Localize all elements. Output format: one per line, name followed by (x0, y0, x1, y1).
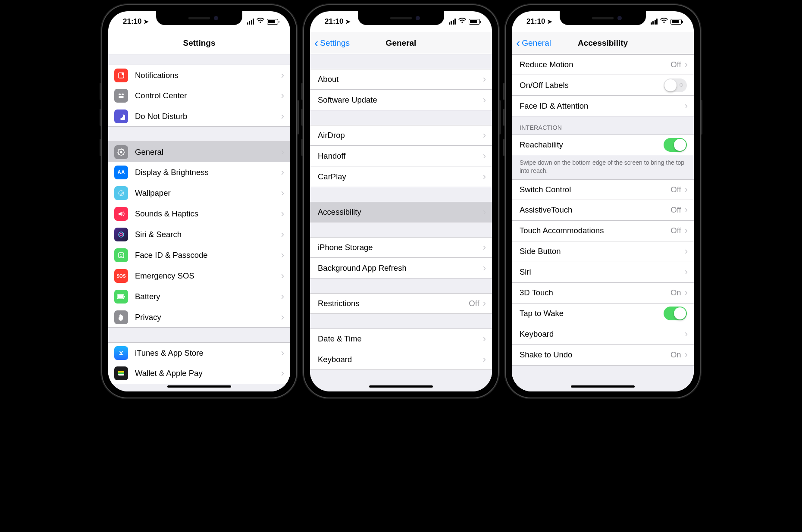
settings-list[interactable]: Notifications › Control Center › Do Not … (108, 54, 290, 391)
control-center-icon (114, 89, 128, 103)
row-privacy[interactable]: Privacy › (108, 307, 290, 328)
home-indicator[interactable] (571, 385, 635, 388)
location-icon: ➤ (547, 18, 552, 25)
row-restrictions[interactable]: Restrictions Off › (310, 293, 492, 314)
chevron-right-icon: › (483, 94, 486, 106)
battery-icon (267, 19, 278, 25)
row-label: Emergency SOS (135, 271, 281, 281)
row-date-time[interactable]: Date & Time › (310, 329, 492, 349)
svg-point-17 (121, 193, 122, 194)
notch (560, 11, 646, 25)
row-faceid[interactable]: Face ID & Passcode › (108, 245, 290, 266)
row-label: Handoff (318, 151, 483, 161)
notch (156, 11, 242, 25)
chevron-right-icon: › (281, 270, 284, 282)
row-sounds[interactable]: Sounds & Haptics › (108, 203, 290, 224)
row-itunes[interactable]: iTunes & App Store › (108, 342, 290, 363)
home-indicator[interactable] (167, 385, 231, 388)
row-label: Tap to Wake (520, 309, 664, 318)
home-indicator[interactable] (369, 385, 433, 388)
chevron-right-icon: › (281, 147, 284, 158)
row-label: Siri & Search (135, 230, 281, 239)
row-handoff[interactable]: Handoff › (310, 146, 492, 166)
row-control-center[interactable]: Control Center › (108, 85, 290, 106)
row-value: Off (670, 226, 681, 235)
chevron-right-icon: › (483, 242, 486, 253)
row-label: Face ID & Attention (520, 101, 685, 111)
row-label: General (135, 147, 281, 157)
row-reachability[interactable]: Reachability (512, 135, 694, 155)
phone-frame-3: 21:10 ➤ ‹ General Accessibility Reduce M… (506, 5, 700, 397)
general-list[interactable]: About › Software Update › AirDrop › Hand… (310, 54, 492, 391)
svg-rect-24 (118, 295, 123, 298)
nav-bar: ‹ General Accessibility (512, 32, 694, 54)
moon-icon (114, 110, 128, 123)
row-onoff-labels[interactable]: On/Off Labels (512, 75, 694, 96)
row-battery[interactable]: Battery › (108, 286, 290, 307)
chevron-right-icon: › (281, 111, 284, 122)
row-dnd[interactable]: Do Not Disturb › (108, 106, 290, 127)
row-wallpaper[interactable]: Wallpaper › (108, 183, 290, 203)
row-touch-accommodations[interactable]: Touch Accommodations Off › (512, 221, 694, 241)
wifi-icon (458, 18, 466, 25)
svg-point-21 (120, 254, 121, 255)
chevron-right-icon: › (685, 184, 688, 195)
row-keyboard[interactable]: Keyboard › (512, 324, 694, 345)
status-time: 21:10 (123, 17, 141, 26)
row-software-update[interactable]: Software Update › (310, 90, 492, 110)
row-label: CarPlay (318, 172, 483, 182)
row-notifications[interactable]: Notifications › (108, 65, 290, 85)
wifi-icon (660, 18, 668, 25)
row-display[interactable]: AA Display & Brightness › (108, 162, 290, 183)
row-background-refresh[interactable]: Background App Refresh › (310, 258, 492, 279)
row-assistivetouch[interactable]: AssistiveTouch Off › (512, 200, 694, 221)
row-iphone-storage[interactable]: iPhone Storage › (310, 237, 492, 258)
row-shake-to-undo[interactable]: Shake to Undo On › (512, 345, 694, 366)
svg-line-13 (119, 154, 119, 155)
back-button[interactable]: ‹ Settings (310, 37, 350, 49)
cellular-icon (449, 19, 456, 25)
row-general[interactable]: General › (108, 141, 290, 162)
row-about[interactable]: About › (310, 69, 492, 90)
row-faceid-attention[interactable]: Face ID & Attention › (512, 96, 694, 116)
toggle-onoff-labels[interactable] (664, 78, 687, 92)
chevron-right-icon: › (483, 74, 486, 85)
svg-line-11 (119, 149, 119, 150)
row-switch-control[interactable]: Switch Control Off › (512, 179, 694, 200)
row-siri[interactable]: Siri & Search › (108, 224, 290, 245)
row-accessibility[interactable]: Accessibility › (310, 202, 492, 222)
row-carplay[interactable]: CarPlay › (310, 166, 492, 187)
toggle-tap-to-wake[interactable] (664, 307, 687, 320)
row-siri[interactable]: Siri › (512, 262, 694, 283)
phone-frame-2: 21:10 ➤ ‹ Settings General About › S (304, 5, 498, 397)
row-airdrop[interactable]: AirDrop › (310, 125, 492, 146)
chevron-right-icon: › (483, 263, 486, 274)
location-icon: ➤ (144, 18, 149, 25)
row-label: Notifications (135, 71, 281, 80)
svg-line-12 (123, 154, 124, 155)
siri-icon (114, 228, 128, 241)
svg-rect-25 (124, 296, 125, 297)
svg-rect-2 (119, 94, 121, 95)
row-3d-touch[interactable]: 3D Touch On › (512, 283, 694, 304)
row-keyboard[interactable]: Keyboard › (310, 349, 492, 370)
row-sos[interactable]: SOS Emergency SOS › (108, 266, 290, 286)
toggle-reachability[interactable] (664, 138, 687, 152)
svg-rect-28 (118, 372, 124, 374)
chevron-right-icon: › (281, 368, 284, 379)
chevron-right-icon: › (483, 333, 486, 344)
row-tap-to-wake[interactable]: Tap to Wake (512, 304, 694, 324)
row-reduce-motion[interactable]: Reduce Motion Off › (512, 54, 694, 75)
chevron-right-icon: › (685, 225, 688, 236)
row-side-button[interactable]: Side Button › (512, 241, 694, 262)
chevron-left-icon: ‹ (516, 37, 520, 49)
row-label: Background App Refresh (318, 263, 483, 273)
phone-frame-1: 21:10 ➤ Settings Notifications › (102, 5, 296, 397)
back-button[interactable]: ‹ General (512, 37, 551, 49)
row-label: iPhone Storage (318, 243, 483, 252)
page-title: Settings (108, 38, 290, 48)
wifi-icon (257, 18, 264, 25)
row-wallet[interactable]: Wallet & Apple Pay › (108, 363, 290, 384)
display-icon: AA (114, 166, 128, 179)
accessibility-list[interactable]: Reduce Motion Off › On/Off Labels Face I… (512, 54, 694, 391)
